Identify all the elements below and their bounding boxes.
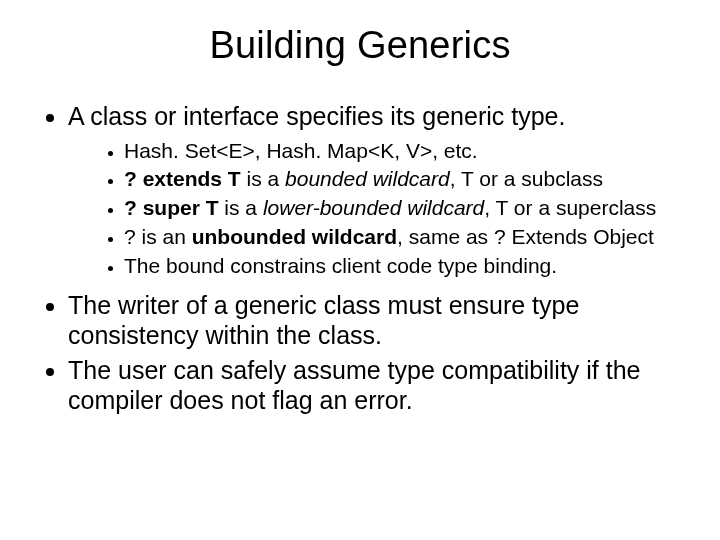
plain-text: is a [219, 196, 263, 219]
italic-text: bounded wildcard [285, 167, 450, 190]
plain-text: , T or a subclass [450, 167, 603, 190]
bold-text: unbounded wildcard [192, 225, 397, 248]
bullet-item: The user can safely assume type compatib… [68, 355, 690, 416]
bold-text: ? extends T [124, 167, 241, 190]
plain-text: , T or a superclass [484, 196, 656, 219]
sub-bullet-item: ? is an unbounded wildcard, same as ? Ex… [124, 224, 690, 251]
sub-bullet-item: ? super T is a lower-bounded wildcard, T… [124, 195, 690, 222]
sub-bullet-list: Hash. Set<E>, Hash. Map<K, V>, etc. ? ex… [68, 138, 690, 280]
plain-text: ? is an [124, 225, 192, 248]
bullet-item: A class or interface specifies its gener… [68, 101, 690, 280]
bullet-text: The user can safely assume type compatib… [68, 356, 641, 415]
sub-bullet-item: The bound constrains client code type bi… [124, 253, 690, 280]
sub-bullet-text: Hash. Set<E>, Hash. Map<K, V>, etc. [124, 139, 478, 162]
bullet-text: A class or interface specifies its gener… [68, 102, 565, 130]
italic-text: lower-bounded wildcard [263, 196, 484, 219]
slide-title: Building Generics [30, 24, 690, 67]
sub-bullet-text: The bound constrains client code type bi… [124, 254, 557, 277]
bold-text: ? super T [124, 196, 219, 219]
sub-bullet-item: Hash. Set<E>, Hash. Map<K, V>, etc. [124, 138, 690, 165]
plain-text: , same as ? Extends Object [397, 225, 654, 248]
slide: Building Generics A class or interface s… [0, 0, 720, 540]
bullet-item: The writer of a generic class must ensur… [68, 290, 690, 351]
bullet-text: The writer of a generic class must ensur… [68, 291, 579, 350]
bullet-list: A class or interface specifies its gener… [30, 101, 690, 416]
plain-text: is a [241, 167, 285, 190]
sub-bullet-item: ? extends T is a bounded wildcard, T or … [124, 166, 690, 193]
